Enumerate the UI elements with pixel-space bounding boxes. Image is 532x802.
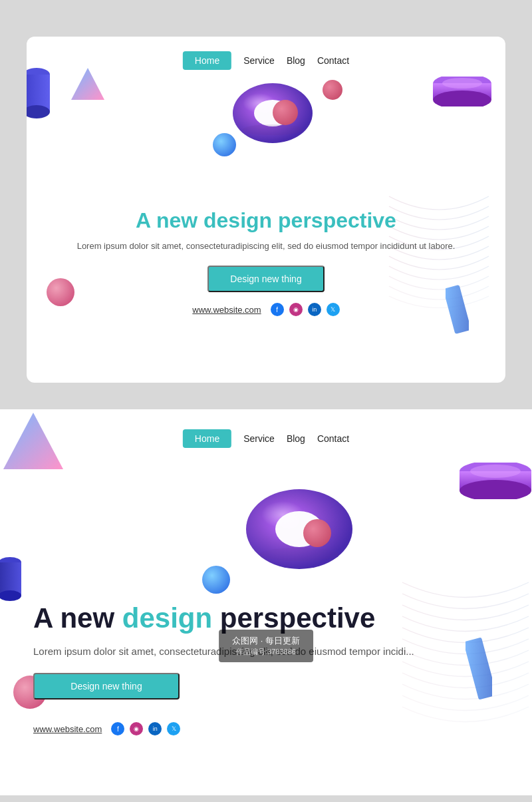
hero-title-accent-1: design (203, 208, 272, 232)
hero-footer-2: www.website.com f ◉ in 𝕏 (33, 722, 499, 735)
svg-point-6 (243, 93, 276, 113)
watermark: 众图网 · 每日更新 作品编号:3783886 (219, 630, 313, 662)
linkedin-icon-1[interactable]: in (308, 303, 321, 316)
instagram-icon-2[interactable]: ◉ (130, 722, 143, 735)
svg-point-19 (261, 501, 304, 528)
sphere-blue-1 (213, 133, 236, 156)
twitter-icon-1[interactable]: 𝕏 (327, 303, 340, 316)
hero-title-end-1: perspective (272, 208, 396, 232)
hero-title-1: A new design perspective (27, 208, 505, 233)
instagram-icon-1[interactable]: ◉ (289, 303, 303, 316)
svg-marker-3 (71, 68, 104, 100)
sphere-red-c2 (303, 519, 331, 547)
svg-point-7 (243, 124, 303, 135)
hero-title-end-2: perspective (212, 602, 375, 634)
hero-subtitle-1: Lorem ipsum dolor sit amet, consectetura… (27, 240, 505, 254)
facebook-icon-1[interactable]: f (271, 303, 284, 316)
twitter-icon-2[interactable]: 𝕏 (167, 722, 180, 735)
nav-blog-1[interactable]: Blog (287, 55, 305, 66)
nav-service-1[interactable]: Service (243, 55, 275, 66)
navigation-2: Home Service Blog Contact (183, 429, 349, 448)
watermark-line1: 众图网 · 每日更新 (232, 635, 300, 647)
nav-home-2[interactable]: Home (183, 429, 231, 448)
linkedin-icon-2[interactable]: in (148, 722, 162, 735)
cylinder-blue-left-1 (27, 67, 53, 120)
cylinder-blue-left-2 (0, 556, 23, 602)
hero-content-2: A new design perspective Lorem ipsum dol… (33, 602, 499, 735)
cta-button-2[interactable]: Design new thing (33, 673, 180, 700)
svg-point-20 (259, 548, 339, 561)
sphere-blue-c2 (202, 566, 230, 594)
nav-home-1[interactable]: Home (183, 51, 231, 70)
navigation-1: Home Service Blog Contact (183, 51, 349, 70)
card-1-inner: Home Service Blog Contact (27, 37, 505, 383)
svg-point-24 (470, 465, 521, 478)
watermark-line2: 作品编号:3783886 (232, 647, 300, 657)
hero-footer-1: www.website.com f ◉ in 𝕏 (27, 303, 505, 316)
sphere-red-2 (323, 80, 342, 100)
svg-marker-13 (3, 413, 63, 469)
shape-topleft-2 (0, 409, 66, 476)
nav-service-2[interactable]: Service (243, 433, 275, 444)
social-icons-1: f ◉ in 𝕏 (271, 303, 340, 316)
tube-purple-right-2 (459, 463, 532, 499)
hero-title-plain-1: A new (136, 208, 203, 232)
hero-content-1: A new design perspective Lorem ipsum dol… (27, 208, 505, 316)
torus-center-2 (239, 476, 359, 576)
nav-contact-2[interactable]: Contact (317, 433, 349, 444)
sphere-red-1 (273, 100, 298, 125)
card-2-inner: Home Service Blog Contact (0, 409, 532, 795)
card-2: Home Service Blog Contact (0, 409, 532, 795)
nav-blog-2[interactable]: Blog (287, 433, 305, 444)
svg-point-11 (442, 78, 482, 89)
facebook-icon-2[interactable]: f (111, 722, 124, 735)
nav-contact-1[interactable]: Contact (317, 55, 349, 66)
card-1: Home Service Blog Contact (27, 37, 505, 383)
social-icons-2: f ◉ in 𝕏 (111, 722, 180, 735)
cta-button-1[interactable]: Design new thing (207, 266, 324, 292)
website-url-2[interactable]: www.website.com (33, 724, 102, 734)
tube-purple-right-1 (432, 77, 492, 106)
prism-topleft-1 (70, 67, 106, 103)
website-url-1[interactable]: www.website.com (192, 305, 261, 315)
hero-title-plain-2: A new (33, 602, 122, 634)
hero-title-accent-2: design (122, 602, 212, 634)
